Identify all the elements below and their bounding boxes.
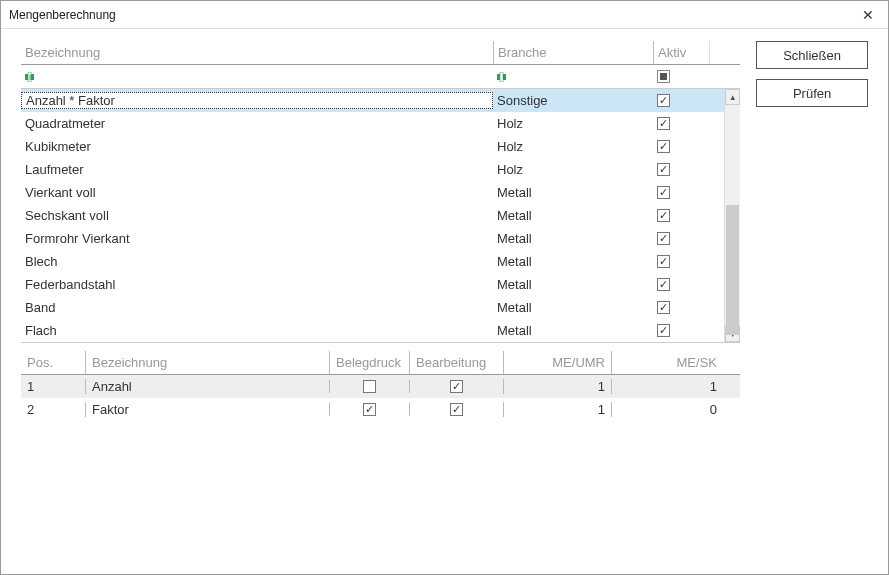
svg-rect-4 [497,74,500,80]
cell-bezeichnung: Vierkant voll [21,185,493,200]
cell-bezeichnung: Kubikmeter [21,139,493,154]
checkbox-aktiv[interactable] [657,255,670,268]
svg-rect-0 [25,74,28,80]
tri-state-checkbox-icon[interactable] [657,70,670,83]
table-row[interactable]: 2Faktor10 [21,398,740,421]
cell-branche: Metall [493,300,653,315]
cell-branche: Metall [493,231,653,246]
close-icon[interactable]: ✕ [856,5,880,25]
table-row[interactable]: Vierkant vollMetall [21,181,740,204]
filter-aktiv[interactable] [653,70,709,83]
col-header-aktiv[interactable]: Aktiv [653,41,709,64]
cell-branche: Metall [493,323,653,338]
cell-aktiv [653,232,709,245]
cell-aktiv [653,255,709,268]
checkbox-aktiv[interactable] [657,117,670,130]
cell-branche: Metall [493,185,653,200]
cell-bezeichnung: Anzahl [85,379,329,394]
top-grid: Bezeichnung Branche Aktiv B Anzahl * Fak… [21,41,740,343]
top-grid-filter-row: B [21,65,740,89]
filter-bezeichnung[interactable]: B [21,72,493,82]
col-header-bezeichnung2[interactable]: Bezeichnung [85,351,329,374]
table-row[interactable]: 1Anzahl11 [21,375,740,398]
cell-aktiv [653,140,709,153]
cell-branche: Holz [493,162,653,177]
filter-branche[interactable] [493,72,653,82]
cell-aktiv [653,186,709,199]
titlebar: Mengenberechnung ✕ [1,1,888,29]
checkbox-bearbeitung[interactable] [450,403,463,416]
cell-bearbeitung [409,380,503,393]
cell-bezeichnung: Sechskant voll [21,208,493,223]
col-header-pos[interactable]: Pos. [21,351,85,374]
table-row[interactable]: FederbandstahlMetall [21,273,740,296]
bottom-grid-header: Pos. Bezeichnung Belegdruck Bearbeitung … [21,351,740,375]
checkbox-aktiv[interactable] [657,209,670,222]
cell-bezeichnung: Federbandstahl [21,277,493,292]
cell-branche: Holz [493,139,653,154]
cell-pos: 2 [21,402,85,417]
checkbox-aktiv[interactable] [657,94,670,107]
cell-branche: Metall [493,277,653,292]
close-button[interactable]: Schließen [756,41,868,69]
checkbox-aktiv[interactable] [657,140,670,153]
col-header-bezeichnung[interactable]: Bezeichnung [21,41,493,64]
col-header-bearbeitung[interactable]: Bearbeitung [409,351,503,374]
table-row[interactable]: LaufmeterHolz [21,158,740,181]
cell-bezeichnung: Blech [21,254,493,269]
checkbox-aktiv[interactable] [657,324,670,337]
col-header-mesk[interactable]: ME/SK [611,351,723,374]
cell-aktiv [653,278,709,291]
cell-belegdruck [329,403,409,416]
svg-text:B: B [29,74,34,81]
svg-rect-6 [503,74,506,80]
cell-bezeichnung: Band [21,300,493,315]
scroll-track[interactable] [725,105,740,326]
table-row[interactable]: Sechskant vollMetall [21,204,740,227]
table-row[interactable]: QuadratmeterHolz [21,112,740,135]
top-grid-header: Bezeichnung Branche Aktiv [21,41,740,65]
cell-aktiv [653,209,709,222]
cell-mesk: 0 [611,402,723,417]
cell-bezeichnung: Quadratmeter [21,116,493,131]
checkbox-aktiv[interactable] [657,232,670,245]
table-row[interactable]: Formrohr VierkantMetall [21,227,740,250]
checkbox-aktiv[interactable] [657,301,670,314]
table-row[interactable]: FlachMetall [21,319,740,342]
cell-belegdruck [329,380,409,393]
cell-mesk: 1 [611,379,723,394]
cell-branche: Holz [493,116,653,131]
scroll-up-icon[interactable]: ▲ [725,89,740,105]
checkbox-belegdruck[interactable] [363,403,376,416]
col-header-branche[interactable]: Branche [493,41,653,64]
checkbox-aktiv[interactable] [657,186,670,199]
col-header-meumr[interactable]: ME/UMR [503,351,611,374]
checkbox-bearbeitung[interactable] [450,380,463,393]
scroll-thumb[interactable] [726,205,739,335]
cell-bezeichnung: Faktor [85,402,329,417]
cell-branche: Metall [493,208,653,223]
cell-aktiv [653,163,709,176]
table-row[interactable]: BandMetall [21,296,740,319]
window-title: Mengenberechnung [9,8,116,22]
cell-bezeichnung: Laufmeter [21,162,493,177]
cell-pos: 1 [21,379,85,394]
scrollbar-vertical[interactable]: ▲ ▼ [724,89,740,342]
cell-branche: Sonstige [493,93,653,108]
cell-bezeichnung: Formrohr Vierkant [21,231,493,246]
table-row[interactable]: Anzahl * FaktorSonstige [21,89,740,112]
cell-bezeichnung: Anzahl * Faktor [21,92,493,109]
cell-meumr: 1 [503,379,611,394]
cell-aktiv [653,324,709,337]
cell-branche: Metall [493,254,653,269]
col-header-belegdruck[interactable]: Belegdruck [329,351,409,374]
cell-bearbeitung [409,403,503,416]
check-button[interactable]: Prüfen [756,79,868,107]
cell-aktiv [653,117,709,130]
checkbox-aktiv[interactable] [657,163,670,176]
table-row[interactable]: KubikmeterHolz [21,135,740,158]
table-row[interactable]: BlechMetall [21,250,740,273]
checkbox-aktiv[interactable] [657,278,670,291]
checkbox-belegdruck[interactable] [363,380,376,393]
cell-bezeichnung: Flach [21,323,493,338]
